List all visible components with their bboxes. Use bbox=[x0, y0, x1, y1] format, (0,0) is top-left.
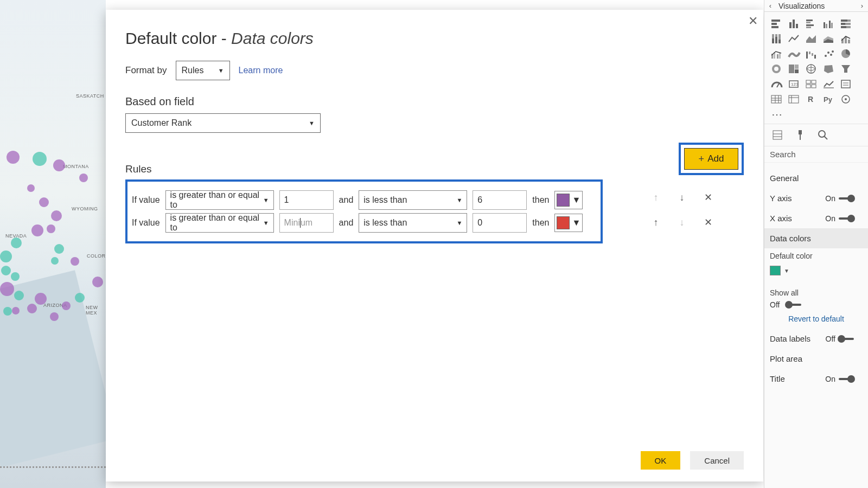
svg-rect-25 bbox=[778, 40, 781, 43]
move-down-icon[interactable]: ↓ bbox=[676, 192, 687, 203]
rule-color-picker[interactable]: ▼ bbox=[554, 191, 583, 209]
add-rule-button[interactable]: + Add bbox=[684, 148, 738, 170]
area-chart-icon[interactable] bbox=[803, 31, 820, 46]
gauge-icon[interactable] bbox=[769, 77, 785, 91]
multi-card-icon[interactable] bbox=[803, 77, 820, 91]
filled-map-icon[interactable] bbox=[821, 62, 837, 76]
svg-rect-35 bbox=[779, 53, 781, 59]
rule-row: If value is greater than or equal to▼ Mi… bbox=[132, 213, 596, 233]
delete-rule-icon[interactable]: ✕ bbox=[703, 191, 713, 203]
svg-point-43 bbox=[832, 50, 834, 53]
svg-rect-4 bbox=[793, 20, 795, 28]
format-general[interactable]: General bbox=[770, 168, 863, 188]
svg-point-42 bbox=[830, 54, 832, 56]
svg-rect-55 bbox=[806, 80, 810, 84]
rule-color-picker[interactable]: ▼ bbox=[554, 214, 583, 232]
format-icon[interactable] bbox=[794, 129, 807, 142]
card-icon[interactable]: 123 bbox=[786, 77, 802, 91]
stacked-area-icon[interactable] bbox=[821, 31, 837, 46]
rule-val1-input[interactable] bbox=[279, 190, 334, 210]
dialog-title: Default color - Data colors bbox=[125, 29, 744, 48]
format-y-axis[interactable]: Y axis On bbox=[770, 188, 863, 208]
format-plot-area[interactable]: Plot area bbox=[770, 349, 863, 369]
clustered-column-icon[interactable] bbox=[821, 16, 837, 30]
ribbon-chart-icon[interactable] bbox=[786, 47, 802, 61]
svg-rect-58 bbox=[812, 85, 816, 88]
rule-val1-input[interactable]: Minium bbox=[279, 213, 334, 233]
svg-rect-0 bbox=[771, 20, 780, 22]
toggle-y-axis[interactable] bbox=[839, 194, 863, 203]
rule-op2-select[interactable]: is less than▼ bbox=[359, 213, 467, 233]
format-x-axis[interactable]: X axis On bbox=[770, 208, 863, 228]
line-clustered-icon[interactable] bbox=[769, 47, 785, 61]
line-chart-icon[interactable] bbox=[786, 31, 802, 46]
if-value-label: If value bbox=[132, 218, 160, 228]
python-visual-icon[interactable]: Py bbox=[821, 92, 837, 106]
arcgis-icon[interactable] bbox=[838, 92, 854, 106]
revert-to-default-link[interactable]: Revert to default bbox=[770, 309, 863, 329]
ok-button[interactable]: OK bbox=[641, 451, 681, 470]
svg-rect-78 bbox=[799, 130, 802, 134]
format-by-select[interactable]: Rules▼ bbox=[176, 61, 230, 80]
rule-op2-select[interactable]: is less than▼ bbox=[359, 190, 467, 210]
search-input[interactable]: Search bbox=[764, 146, 868, 162]
svg-rect-63 bbox=[771, 95, 781, 103]
stacked-column-100-icon[interactable] bbox=[769, 31, 785, 46]
format-data-colors[interactable]: Data colors bbox=[764, 228, 868, 248]
fields-icon[interactable] bbox=[771, 129, 784, 142]
chevron-right-icon[interactable]: › bbox=[856, 2, 868, 10]
svg-rect-23 bbox=[775, 37, 777, 43]
add-button-highlight: + Add bbox=[679, 143, 744, 175]
kpi-icon[interactable] bbox=[821, 77, 837, 91]
clustered-bar-icon[interactable] bbox=[803, 16, 820, 30]
then-label: then bbox=[532, 195, 549, 205]
chevron-down-icon[interactable]: ▼ bbox=[784, 268, 789, 274]
learn-more-link[interactable]: Learn more bbox=[239, 66, 283, 75]
toggle-title[interactable] bbox=[839, 375, 863, 383]
r-visual-icon[interactable]: R bbox=[803, 92, 820, 106]
rule-val2-input[interactable] bbox=[473, 213, 527, 233]
treemap-icon[interactable] bbox=[786, 62, 802, 76]
rule-op1-select[interactable]: is greater than or equal to▼ bbox=[165, 213, 274, 233]
toggle-x-axis[interactable] bbox=[839, 214, 863, 223]
stacked-bar-100-icon[interactable] bbox=[838, 16, 854, 30]
rule-op1-select[interactable]: is greater than or equal to▼ bbox=[165, 190, 274, 210]
stacked-bar-icon[interactable] bbox=[769, 16, 785, 30]
svg-rect-7 bbox=[806, 22, 810, 23]
format-by-label: Format by bbox=[125, 65, 167, 76]
default-color-swatch[interactable] bbox=[770, 266, 781, 275]
waterfall-icon[interactable] bbox=[803, 47, 820, 61]
rule-val2-input[interactable] bbox=[473, 190, 527, 210]
svg-rect-15 bbox=[847, 20, 851, 22]
svg-rect-34 bbox=[777, 54, 778, 59]
rules-highlight-box: If value is greater than or equal to▼ an… bbox=[125, 179, 603, 243]
svg-point-74 bbox=[845, 98, 847, 100]
format-title[interactable]: Title On bbox=[770, 369, 863, 389]
close-icon[interactable]: ✕ bbox=[748, 14, 758, 28]
slicer-icon[interactable] bbox=[838, 77, 854, 91]
toggle-data-labels[interactable] bbox=[839, 335, 863, 343]
delete-rule-icon[interactable]: ✕ bbox=[703, 216, 713, 228]
funnel-icon[interactable] bbox=[838, 62, 854, 76]
more-visuals-icon[interactable]: ⋯ bbox=[769, 107, 785, 121]
move-up-icon[interactable]: ↑ bbox=[650, 217, 661, 228]
table-icon[interactable] bbox=[769, 92, 785, 106]
svg-rect-56 bbox=[812, 80, 816, 84]
based-on-field-select[interactable]: Customer Rank▼ bbox=[125, 113, 321, 133]
format-data-labels[interactable]: Data labels Off bbox=[770, 329, 863, 349]
map-icon[interactable] bbox=[803, 62, 820, 76]
donut-icon[interactable] bbox=[769, 62, 785, 76]
chevron-left-icon[interactable]: ‹ bbox=[764, 2, 776, 10]
matrix-icon[interactable] bbox=[786, 92, 802, 106]
toggle-show-all[interactable] bbox=[786, 300, 810, 309]
analytics-icon[interactable] bbox=[816, 129, 829, 142]
stacked-column-icon[interactable] bbox=[786, 16, 802, 30]
svg-rect-60 bbox=[841, 80, 850, 88]
scatter-icon[interactable] bbox=[821, 47, 837, 61]
move-up-icon: ↑ bbox=[650, 192, 661, 203]
based-on-field-label: Based on field bbox=[125, 95, 744, 108]
line-column-icon[interactable] bbox=[838, 31, 854, 46]
svg-rect-13 bbox=[831, 23, 833, 28]
cancel-button[interactable]: Cancel bbox=[690, 451, 744, 470]
pie-icon[interactable] bbox=[838, 47, 854, 61]
